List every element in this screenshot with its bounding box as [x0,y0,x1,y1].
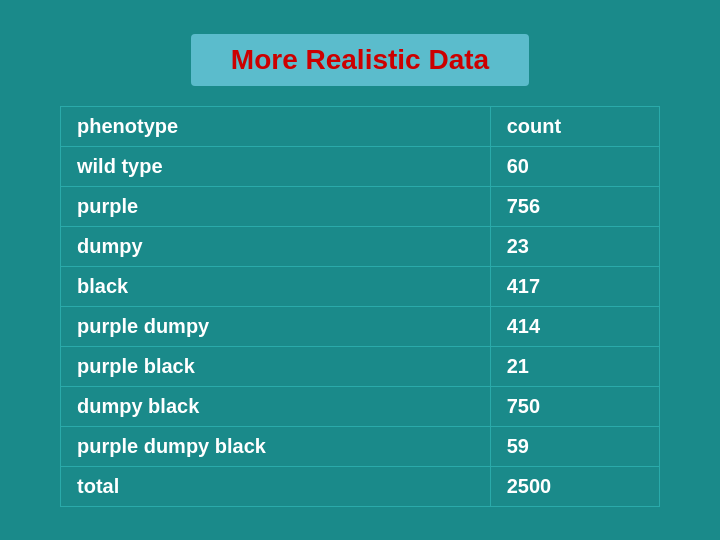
table-row: black417 [61,266,660,306]
cell-count: 21 [490,346,659,386]
table-row: purple dumpy black59 [61,426,660,466]
cell-count: 756 [490,186,659,226]
table-row: dumpy black750 [61,386,660,426]
cell-count: 23 [490,226,659,266]
table-row: purple dumpy414 [61,306,660,346]
cell-count: 414 [490,306,659,346]
page-title: More Realistic Data [231,44,489,75]
cell-count: 59 [490,426,659,466]
cell-phenotype: dumpy [61,226,491,266]
cell-phenotype: purple dumpy black [61,426,491,466]
cell-phenotype: wild type [61,146,491,186]
table-row: purple756 [61,186,660,226]
cell-phenotype: purple dumpy [61,306,491,346]
title-box: More Realistic Data [191,34,529,86]
header-count: count [490,106,659,146]
cell-phenotype: black [61,266,491,306]
cell-phenotype: purple [61,186,491,226]
cell-count: 750 [490,386,659,426]
cell-count: 2500 [490,466,659,506]
cell-count: 60 [490,146,659,186]
table-row: total2500 [61,466,660,506]
data-table: phenotype count wild type60purple756dump… [60,106,660,507]
table-row: wild type60 [61,146,660,186]
table-row: purple black21 [61,346,660,386]
cell-phenotype: dumpy black [61,386,491,426]
table-row: dumpy23 [61,226,660,266]
header-phenotype: phenotype [61,106,491,146]
cell-count: 417 [490,266,659,306]
cell-phenotype: total [61,466,491,506]
cell-phenotype: purple black [61,346,491,386]
table-header-row: phenotype count [61,106,660,146]
